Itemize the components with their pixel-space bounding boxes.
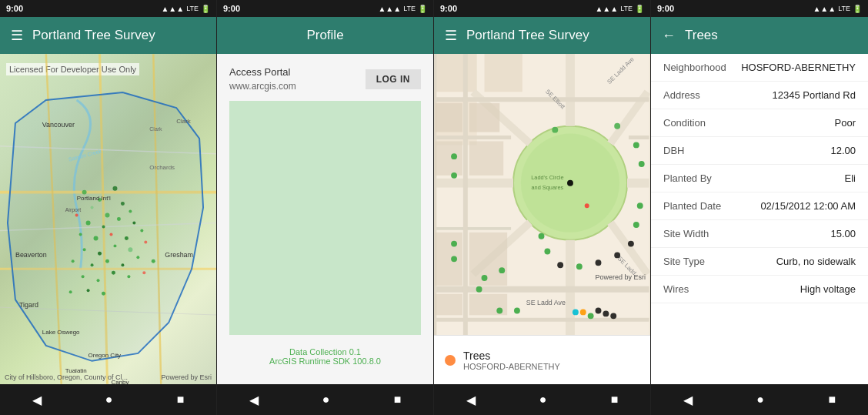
svg-point-124 (496, 307, 502, 313)
status-bar-3: 9:00 ▲▲▲ LTE 🔋 (434, 0, 650, 17)
hamburger-icon-3[interactable]: ☰ (445, 27, 457, 44)
svg-rect-83 (469, 141, 503, 175)
svg-point-24 (140, 229, 143, 232)
svg-point-19 (132, 221, 135, 224)
back-nav-btn-2[interactable]: ◀ (242, 390, 266, 410)
svg-text:Portland Int'l: Portland Int'l (77, 195, 111, 202)
svg-point-123 (451, 256, 457, 262)
status-icons-3: ▲▲▲ LTE 🔋 (595, 5, 644, 13)
hamburger-icon[interactable]: ☰ (11, 27, 23, 44)
app-title-2: Profile (228, 28, 422, 43)
svg-rect-84 (435, 103, 462, 132)
login-button[interactable]: LOG IN (366, 69, 421, 89)
lte-icon-2: LTE (403, 5, 416, 12)
back-nav-btn-3[interactable]: ◀ (459, 390, 483, 410)
back-nav-btn-4[interactable]: ◀ (676, 390, 700, 410)
svg-point-17 (102, 225, 105, 228)
status-bar-2: 9:00 ▲▲▲ LTE 🔋 (217, 0, 433, 17)
svg-point-125 (514, 307, 520, 313)
detail-row: Planted Date 02/15/2012 12:00 AM (651, 192, 868, 220)
back-nav-btn-1[interactable]: ◀ (25, 390, 49, 410)
home-nav-btn-3[interactable]: ● (532, 390, 555, 410)
svg-point-103 (614, 252, 620, 258)
detail-row: Neighborhood HOSFORD-ABERNETHY (651, 54, 868, 82)
app-title-1: Portland Tree Survey (32, 28, 205, 43)
home-nav-btn-4[interactable]: ● (749, 390, 772, 410)
svg-point-38 (112, 271, 115, 275)
svg-point-115 (580, 309, 586, 315)
svg-point-14 (129, 210, 132, 213)
svg-point-118 (603, 310, 609, 316)
svg-text:Vancouver: Vancouver (42, 121, 75, 129)
detail-label: DBH (663, 145, 684, 156)
svg-point-10 (112, 186, 117, 191)
detail-value: 12.00 (830, 145, 856, 156)
detail-value: High voltage (800, 283, 856, 295)
svg-point-27 (113, 244, 116, 247)
svg-point-20 (79, 233, 82, 236)
map-esri-1: Powered by Esri (161, 373, 212, 381)
detail-label: Condition (663, 117, 706, 129)
status-time-2: 9:00 (223, 4, 240, 13)
home-nav-btn-2[interactable]: ● (315, 390, 338, 410)
recent-nav-btn-4[interactable]: ■ (821, 390, 844, 410)
detail-value: 12345 Portland Rd (773, 89, 856, 101)
svg-point-109 (499, 267, 505, 273)
profile-content: Access Portal www.arcgis.com LOG IN Data… (217, 54, 433, 384)
recent-nav-btn-3[interactable]: ■ (603, 390, 626, 410)
nav-bar-2: ◀ ● ■ (217, 384, 433, 415)
svg-text:and Squares: and Squares (531, 184, 563, 191)
svg-text:Clark: Clark (149, 126, 162, 132)
nav-bar-4: ◀ ● ■ (651, 384, 868, 415)
app-title-3: Portland Tree Survey (466, 28, 639, 43)
map-zoomed: Licensed For Developer Use Only (434, 54, 650, 335)
detail-content: Neighborhood HOSFORD-ABERNETHYAddress 12… (651, 54, 868, 384)
svg-point-99 (639, 161, 645, 167)
back-icon-4[interactable]: ← (662, 28, 676, 44)
svg-text:Beaverton: Beaverton (15, 251, 47, 259)
footer-line2: ArcGIS Runtime SDK 100.8.0 (229, 356, 421, 366)
svg-point-102 (628, 241, 634, 247)
screen3: 9:00 ▲▲▲ LTE 🔋 ☰ Portland Tree Survey Li… (434, 0, 651, 415)
svg-rect-62 (485, 54, 522, 92)
bottom-panel[interactable]: Trees HOSFORD-ABERNETHY (434, 335, 650, 384)
profile-footer: Data Collection 0.1 ArcGIS Runtime SDK 1… (229, 341, 421, 372)
map-watermark-1: City of Hillsboro, Oregon, County of Cl.… (5, 373, 128, 381)
svg-text:Airport: Airport (65, 207, 82, 213)
detail-value: Curb, no sidewalk (776, 256, 856, 267)
svg-text:Ladd's Circle: Ladd's Circle (531, 174, 563, 181)
svg-point-104 (596, 259, 602, 266)
detail-label: Wires (663, 283, 689, 295)
svg-point-31 (91, 263, 94, 266)
svg-rect-82 (469, 103, 499, 132)
recent-nav-btn-2[interactable]: ■ (386, 390, 409, 410)
recent-nav-btn-1[interactable]: ■ (169, 390, 192, 410)
svg-point-12 (105, 213, 110, 218)
battery-icon-4: 🔋 (853, 5, 862, 13)
detail-value: Poor (835, 117, 856, 129)
signal-icon-3: ▲▲▲ (595, 5, 618, 13)
detail-label: Site Width (663, 228, 709, 239)
portal-label: Access Portal (229, 66, 296, 78)
status-icons-4: ▲▲▲ LTE 🔋 (813, 5, 862, 13)
svg-point-113 (567, 180, 573, 186)
svg-point-21 (94, 236, 98, 240)
svg-point-34 (136, 256, 139, 259)
detail-row: Address 12345 Portland Rd (651, 82, 868, 109)
app-bar-1: ☰ Portland Tree Survey (0, 17, 216, 54)
svg-point-18 (117, 217, 121, 221)
home-nav-btn-1[interactable]: ● (98, 390, 121, 410)
svg-point-22 (109, 233, 112, 236)
map-overview: Licensed For Developer Use Only (0, 54, 216, 384)
svg-point-33 (121, 263, 124, 266)
status-bar-4: 9:00 ▲▲▲ LTE 🔋 (651, 0, 868, 17)
detail-label: Planted Date (663, 200, 721, 212)
svg-rect-86 (435, 233, 462, 286)
svg-text:Tigard: Tigard (19, 301, 38, 309)
svg-text:Lake Oswego: Lake Oswego (42, 329, 80, 336)
app-bar-3: ☰ Portland Tree Survey (434, 17, 650, 54)
status-time-4: 9:00 (657, 4, 674, 13)
svg-point-121 (451, 172, 457, 179)
svg-point-35 (152, 259, 155, 263)
svg-point-25 (83, 248, 86, 251)
